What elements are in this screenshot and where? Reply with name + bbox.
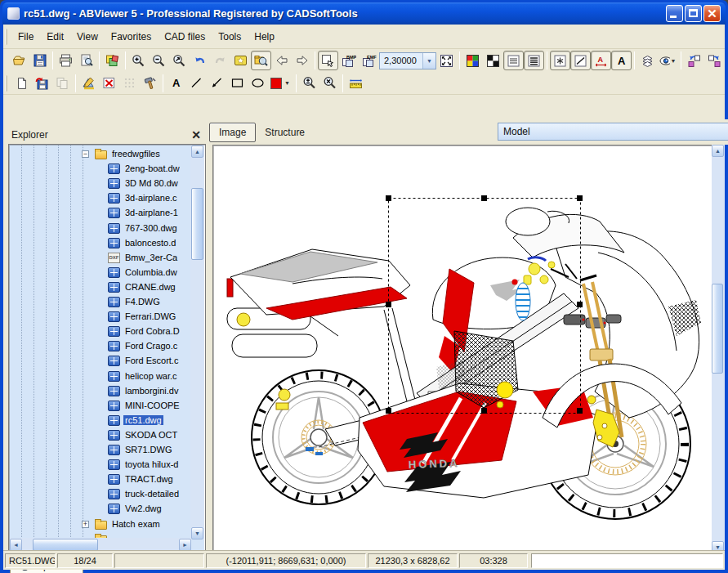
show-points-button[interactable]	[550, 51, 570, 70]
tree-item-lamborgini-dv[interactable]: lamborgini.dv	[10, 384, 191, 399]
zoom-out-button[interactable]	[149, 51, 169, 70]
scale-dropdown-icon[interactable]: ▼	[422, 53, 435, 69]
tree-item-tract-dwg[interactable]: TRACT.dwg	[10, 472, 191, 487]
line-tool-button[interactable]	[186, 74, 207, 93]
scale-combobox[interactable]: 2,30000 ▼	[379, 52, 436, 69]
delete-button[interactable]	[99, 74, 119, 93]
tree-item-freedwgfiles[interactable]: −freedwgfiles	[10, 147, 191, 162]
menu-grip[interactable]	[5, 29, 7, 45]
menu-edit[interactable]: Edit	[40, 29, 70, 45]
tree-item-skoda-oct[interactable]: SKODA OCT	[10, 428, 191, 443]
menu-help[interactable]: Help	[248, 29, 281, 45]
tree-vscroll-thumb[interactable]	[191, 188, 203, 260]
tree-scroll-down-icon[interactable]: ▼	[191, 527, 203, 539]
previous-file-button[interactable]	[271, 51, 292, 70]
drawing-canvas[interactable]: HONDA	[214, 146, 713, 552]
measure-button[interactable]	[346, 74, 366, 93]
grid-button[interactable]	[119, 74, 140, 93]
show-texts-button[interactable]: A	[611, 51, 632, 70]
arrow-tool-button[interactable]	[207, 74, 227, 93]
blackwhite-mode-button[interactable]	[483, 51, 503, 70]
ellipse-tool-button[interactable]	[248, 74, 268, 93]
tree-vscrollbar[interactable]: ▲ ▼	[190, 145, 204, 539]
tree-item-rc51-dwg[interactable]: rc51.dwg	[10, 414, 191, 428]
toolbar2-grip[interactable]	[5, 75, 7, 92]
layout-combobox[interactable]: Model ▼	[498, 123, 728, 141]
line-list-button[interactable]	[503, 51, 524, 70]
tree-hscroll-thumb[interactable]	[33, 539, 98, 551]
color-swatch-button[interactable]: ▼	[268, 74, 293, 93]
tree-item-sr71-dwg[interactable]: SR71.DWG	[10, 443, 191, 458]
print-preview-button[interactable]	[76, 51, 96, 70]
visibility-dropdown-icon[interactable]: ▼	[670, 51, 677, 69]
tree-item-ford-crago-c[interactable]: Ford Crago.c	[10, 339, 191, 354]
tree-item-helicop-war-c[interactable]: helicop war.c	[10, 369, 191, 384]
canvas-vscrollbar[interactable]: ▲ ▼	[712, 145, 725, 553]
copy-special-button[interactable]	[102, 51, 123, 70]
fit-to-window-button[interactable]	[436, 51, 457, 70]
zoom-actual-button[interactable]	[319, 74, 340, 93]
tree-item-3d-md-80-dw[interactable]: 3D Md 80.dw	[10, 177, 191, 191]
close-button[interactable]: ✕	[703, 5, 721, 22]
copy-button[interactable]	[52, 74, 73, 93]
tree-item-vw2-dwg[interactable]: Vw2.dwg	[10, 502, 191, 517]
edit-drawing-button[interactable]	[78, 74, 99, 93]
open-button[interactable]	[9, 51, 29, 70]
maximize-button[interactable]	[685, 5, 702, 22]
tree-item-3d-airplane-c[interactable]: 3d-airplane.c	[10, 191, 191, 206]
save-button[interactable]	[29, 51, 50, 70]
select-mode-button[interactable]	[318, 51, 338, 70]
tree-item-mini-coope[interactable]: MINI-COOPE	[10, 399, 191, 414]
tab-image[interactable]: Image	[209, 123, 256, 142]
tree-item-toyota-hilux-d[interactable]: toyota hilux-d	[10, 458, 191, 472]
tree-item-2eng-boat-dw[interactable]: 2eng-boat.dw	[10, 162, 191, 177]
text-tool-button[interactable]: A	[166, 74, 186, 93]
color-dropdown-icon[interactable]: ▼	[283, 74, 292, 92]
menu-favorites[interactable]: Favorites	[105, 29, 158, 45]
color-mode-button[interactable]	[462, 51, 483, 70]
minimize-button[interactable]	[666, 5, 683, 22]
visibility-button[interactable]: ▼	[658, 51, 678, 70]
layers-button[interactable]	[637, 51, 658, 70]
menu-tools[interactable]: Tools	[212, 29, 248, 45]
collapse-box-icon[interactable]: −	[82, 150, 89, 158]
zoom-in-button[interactable]	[128, 51, 149, 70]
canvas-vscroll-thumb[interactable]	[712, 284, 723, 374]
show-dimensions-button[interactable]: A	[591, 51, 611, 70]
menu-view[interactable]: View	[70, 29, 105, 45]
save-drawing-button[interactable]	[32, 74, 52, 93]
tree-item-ford-cobra-d[interactable]: Ford Cobra.D	[10, 325, 191, 339]
tree-item-hatch-exam[interactable]: +Hatch exam	[10, 517, 191, 532]
zoom-scale-button[interactable]	[299, 74, 319, 93]
canvas-scroll-up-icon[interactable]: ▲	[712, 145, 724, 157]
dense-list-button[interactable]	[524, 51, 544, 70]
tree-item-truck-detailed[interactable]: truck-detailed	[10, 487, 191, 502]
tree-item-ferrari-dwg[interactable]: Ferrari.DWG	[10, 310, 191, 325]
tree-item-3d-airplane-1[interactable]: 3d-airplane-1	[10, 206, 191, 221]
copy-bmp-button[interactable]: BMP	[338, 51, 359, 70]
menu-file[interactable]: File	[11, 29, 40, 45]
tree-item-bmw-3er-ca[interactable]: DXFBmw_3er-Ca	[10, 251, 191, 266]
tree-item-767-300-dwg[interactable]: 767-300.dwg	[10, 222, 191, 236]
tree-scroll-right-icon[interactable]: ►	[179, 539, 191, 551]
redo-button[interactable]	[210, 51, 230, 70]
tree-scroll-left-icon[interactable]: ◄	[10, 539, 22, 551]
undo-button[interactable]	[190, 51, 210, 70]
settings-button[interactable]	[140, 74, 160, 93]
menu-cad-files[interactable]: CAD files	[158, 29, 212, 45]
tab-structure[interactable]: Structure	[256, 123, 314, 141]
explorer-toggle-button[interactable]	[251, 51, 271, 70]
next-file-button[interactable]	[292, 51, 312, 70]
expand-box-icon[interactable]: +	[82, 521, 89, 528]
explorer-close-icon[interactable]: ✕	[191, 129, 201, 141]
zoom-previous-button[interactable]	[169, 51, 190, 70]
rotate-left-button[interactable]	[684, 51, 704, 70]
rotate-right-button[interactable]	[704, 51, 725, 70]
tree-item-baloncesto-d[interactable]: baloncesto.d	[10, 236, 191, 251]
rectangle-tool-button[interactable]	[227, 74, 248, 93]
show-lines-button[interactable]	[570, 51, 591, 70]
print-button[interactable]	[56, 51, 76, 70]
tree-item-ford-escort-c[interactable]: Ford Escort.c	[10, 354, 191, 369]
tree-item-f4-dwg[interactable]: F4.DWG	[10, 295, 191, 310]
tree-item-crane-dwg[interactable]: CRANE.dwg	[10, 280, 191, 295]
